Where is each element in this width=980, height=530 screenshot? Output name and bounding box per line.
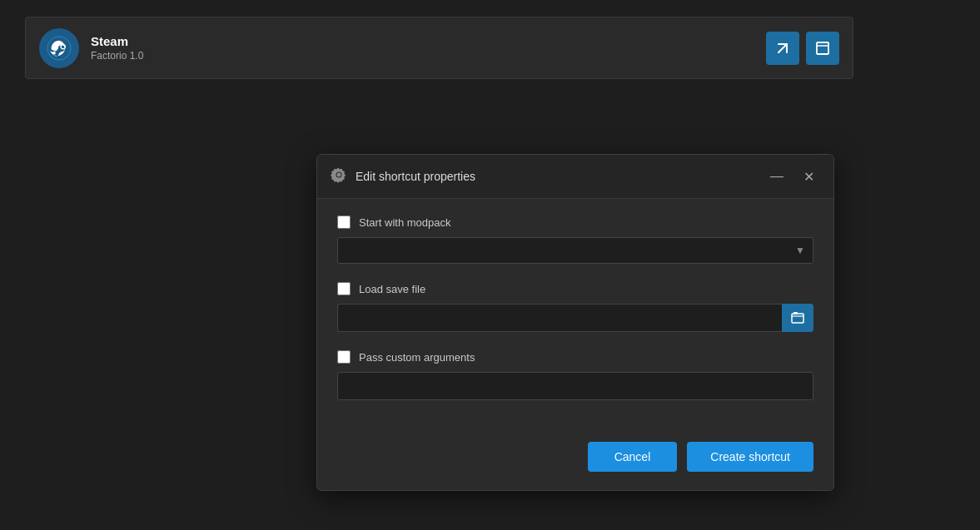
steam-card-title: Steam (91, 34, 754, 48)
load-save-file-row: Load save file (337, 282, 813, 295)
modpack-dropdown[interactable] (337, 237, 813, 264)
modal-close-button[interactable]: ✕ (797, 165, 820, 188)
modal-title: Edit shortcut properties (356, 170, 757, 183)
steam-launch-button[interactable] (766, 32, 799, 65)
pass-custom-arguments-label[interactable]: Pass custom arguments (359, 351, 475, 364)
load-save-file-label[interactable]: Load save file (359, 283, 425, 295)
steam-window-button[interactable] (806, 32, 839, 65)
cancel-button[interactable]: Cancel (588, 442, 678, 472)
modal-minimize-button[interactable]: — (765, 165, 788, 188)
gear-icon (331, 166, 347, 187)
steam-logo (39, 28, 79, 68)
modal-footer: Cancel Create shortcut (317, 435, 833, 490)
custom-arguments-input[interactable] (337, 372, 813, 400)
start-with-modpack-row: Start with modpack (337, 215, 813, 229)
svg-point-2 (52, 51, 56, 54)
create-shortcut-button[interactable]: Create shortcut (687, 442, 813, 472)
pass-custom-arguments-checkbox[interactable] (337, 350, 351, 364)
steam-card: Steam Factorio 1.0 (25, 17, 853, 79)
edit-shortcut-modal: Edit shortcut properties — ✕ Start with … (316, 154, 834, 491)
load-save-file-checkbox[interactable] (337, 282, 351, 295)
modpack-dropdown-row: ▼ (337, 237, 813, 264)
svg-rect-6 (793, 312, 798, 315)
start-with-modpack-checkbox[interactable] (337, 215, 351, 229)
browse-file-button[interactable] (782, 304, 813, 332)
steam-info: Steam Factorio 1.0 (91, 34, 754, 62)
save-file-input-row (337, 304, 813, 332)
steam-actions (766, 32, 839, 65)
steam-card-subtitle: Factorio 1.0 (91, 50, 754, 62)
svg-rect-5 (792, 314, 803, 323)
modal-header: Edit shortcut properties — ✕ (317, 155, 833, 199)
svg-point-0 (47, 36, 71, 59)
custom-args-row: Pass custom arguments (337, 350, 813, 364)
save-file-input[interactable] (337, 304, 782, 332)
svg-rect-3 (817, 42, 828, 54)
start-with-modpack-label[interactable]: Start with modpack (359, 216, 451, 229)
modal-body: Start with modpack ▼ Load save file (317, 199, 833, 435)
